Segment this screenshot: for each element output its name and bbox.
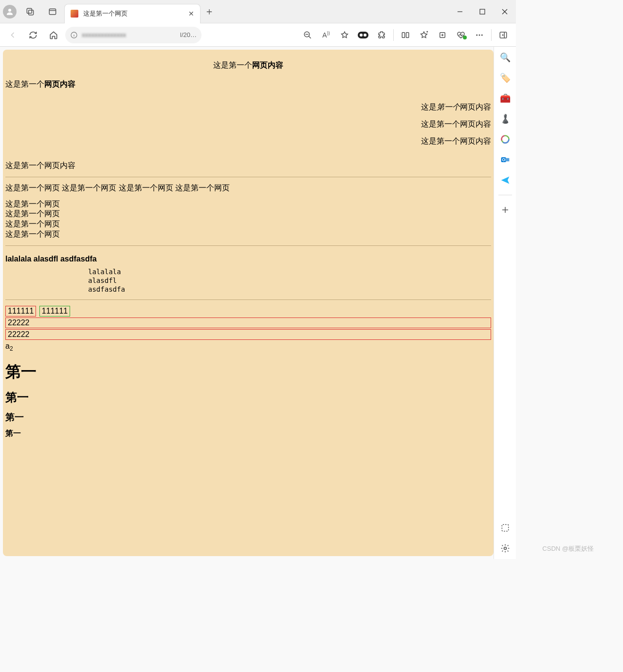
right-line-italic: 这是第一个网页内容	[5, 98, 491, 115]
toolbar-divider	[393, 29, 394, 41]
heading-4: 第一	[5, 429, 491, 439]
page-content: 这是第一个网页内容 这是第一个网页内容 这是第一个网页内容 这是第一个网页内容 …	[3, 50, 494, 556]
split-screen-icon[interactable]	[397, 26, 414, 44]
tab-title: 这是第一个网页	[83, 9, 183, 18]
viewport: 这是第一个网页内容 这是第一个网页内容 这是第一个网页内容 这是第一个网页内容 …	[0, 47, 494, 559]
stacked-block: 这是第一个网页 这是第一个网页 这是第一个网页 这是第一个网页	[5, 199, 491, 240]
tab-actions-icon[interactable]	[44, 3, 61, 20]
svg-point-0	[8, 9, 11, 12]
browser-toolbar: xxxxxxxxxxxxxx l/20… A))	[0, 23, 516, 47]
health-icon[interactable]	[452, 26, 470, 44]
subscript-line: a2	[5, 342, 491, 352]
close-icon[interactable]: ✕	[188, 10, 194, 18]
left-heading: 这是第一个网页内容	[5, 79, 491, 90]
more-icon[interactable]	[471, 26, 488, 44]
maximize-button[interactable]	[471, 0, 494, 23]
collections-icon[interactable]	[434, 26, 451, 44]
heading-2: 第一	[5, 390, 491, 405]
profile-icon[interactable]	[3, 5, 17, 19]
svg-point-25	[476, 34, 477, 36]
span-red: 111111	[5, 306, 36, 317]
office-icon[interactable]	[499, 133, 511, 145]
right-aligned-block: 这是第一个网页内容 这是第一个网页内容 这是第一个网页内容	[5, 98, 491, 150]
svg-rect-15	[358, 32, 368, 38]
address-bar[interactable]: xxxxxxxxxxxxxx l/20…	[65, 27, 202, 43]
minimize-button[interactable]	[449, 0, 471, 23]
send-icon[interactable]	[499, 174, 511, 186]
span-green: 111111	[39, 306, 70, 317]
url-blurred: xxxxxxxxxxxxxx	[82, 31, 176, 38]
mask-icon[interactable]	[354, 26, 372, 44]
svg-rect-38	[502, 524, 508, 531]
heading-1: 第一	[5, 361, 491, 383]
tab-favicon	[71, 10, 78, 18]
svg-text:O: O	[502, 157, 505, 162]
svg-line-14	[309, 36, 311, 38]
svg-rect-6	[480, 9, 485, 14]
span-row: 111111 111111	[5, 306, 491, 317]
favorites-icon[interactable]	[415, 26, 433, 44]
svg-rect-3	[49, 9, 55, 15]
div-box: 22222	[5, 329, 491, 340]
svg-point-26	[479, 34, 480, 36]
add-icon[interactable]	[499, 204, 511, 216]
svg-point-27	[481, 34, 483, 36]
svg-rect-19	[406, 32, 409, 37]
pre-block: lalalala alasdfl asdfasdfa	[5, 267, 491, 294]
heading-3: 第一	[5, 411, 491, 424]
extensions-icon[interactable]	[373, 26, 390, 44]
svg-point-39	[504, 547, 506, 550]
url-suffix: l/20…	[180, 31, 197, 38]
toolbox-icon[interactable]: 🧰	[499, 93, 511, 104]
favorite-star-icon[interactable]	[336, 26, 353, 44]
new-tab-button[interactable]: ＋	[204, 5, 214, 18]
settings-icon[interactable]	[499, 542, 511, 554]
window-controls	[449, 0, 516, 23]
read-aloud-icon[interactable]: A))	[317, 26, 335, 44]
svg-rect-2	[29, 10, 34, 15]
div-box: 22222	[5, 317, 491, 328]
stacked-line: 这是第一个网页	[5, 209, 491, 219]
stacked-line: 这是第一个网页	[5, 229, 491, 240]
workspaces-icon[interactable]	[21, 3, 39, 20]
svg-rect-1	[27, 8, 32, 13]
shopping-tag-icon[interactable]: 🏷️	[499, 72, 511, 84]
right-line: 这是第一个网页内容	[5, 115, 491, 132]
titlebar-left	[0, 3, 64, 20]
stacked-line: 这是第一个网页	[5, 199, 491, 209]
stacked-line: 这是第一个网页	[5, 219, 491, 229]
svg-rect-35	[505, 158, 509, 162]
sidebar-divider	[498, 195, 512, 195]
outlook-icon[interactable]: O	[499, 154, 511, 166]
centered-heading: 这是第一个网页内容	[5, 60, 491, 71]
search-icon[interactable]: 🔍	[499, 52, 511, 63]
sidebar-toggle-icon[interactable]	[495, 26, 512, 44]
back-button[interactable]	[4, 26, 21, 44]
toolbar-divider	[491, 29, 492, 41]
divider	[5, 299, 491, 300]
window-titlebar: 这是第一个网页 ✕ ＋	[0, 0, 516, 23]
sans-heading: lalalala alasdfl asdfasdfa	[5, 255, 491, 263]
home-button[interactable]	[45, 26, 62, 44]
right-sidebar: 🔍 🏷️ 🧰 ♟️ O	[494, 47, 516, 559]
info-icon	[70, 31, 78, 39]
svg-point-16	[360, 34, 363, 37]
close-window-button[interactable]	[494, 0, 516, 23]
refresh-button[interactable]	[24, 26, 42, 44]
plain-paragraph: 这是第一个网页内容	[5, 161, 491, 171]
divider	[5, 177, 491, 177]
divider	[5, 245, 491, 246]
screenshot-icon[interactable]	[499, 522, 511, 534]
games-icon[interactable]: ♟️	[499, 113, 511, 125]
browser-tab[interactable]: 这是第一个网页 ✕	[64, 4, 201, 23]
inline-repeated: 这是第一个网页 这是第一个网页 这是第一个网页 这是第一个网页	[5, 183, 491, 193]
zoom-out-icon[interactable]	[299, 26, 316, 44]
svg-rect-18	[402, 32, 404, 37]
svg-point-17	[364, 34, 366, 37]
right-line: 这是第一个网页内容	[5, 132, 491, 149]
